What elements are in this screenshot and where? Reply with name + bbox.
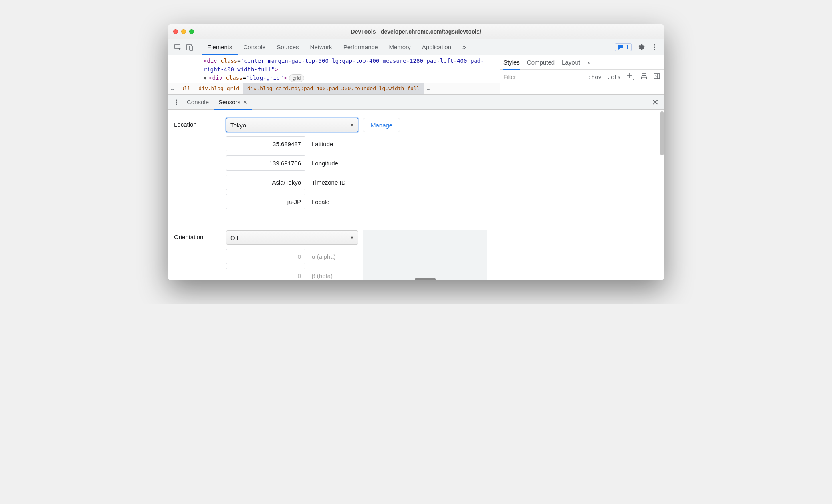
tab-memory[interactable]: Memory — [384, 39, 416, 55]
close-window-button[interactable] — [173, 29, 178, 34]
orientation-handle — [415, 278, 436, 280]
longitude-input[interactable] — [226, 155, 305, 171]
locale-input[interactable] — [226, 194, 305, 209]
crumb-overflow-left[interactable]: … — [168, 85, 177, 91]
tab-application[interactable]: Application — [416, 39, 457, 55]
feedback-button[interactable]: 1 — [615, 43, 632, 51]
timezone-label: Timezone ID — [312, 179, 345, 186]
zoom-window-button[interactable] — [189, 29, 194, 34]
styles-tab-layout[interactable]: Layout — [562, 55, 580, 70]
main-tabs: Elements Console Sources Network Perform… — [202, 39, 615, 55]
window-title: DevTools - developer.chrome.com/tags/dev… — [351, 28, 481, 35]
styles-tab-computed[interactable]: Computed — [527, 55, 555, 70]
hov-button[interactable]: :hov — [587, 74, 602, 80]
drawer-tab-console[interactable]: Console — [182, 95, 214, 110]
close-tab-icon[interactable]: ✕ — [243, 99, 248, 105]
settings-icon[interactable] — [637, 43, 645, 51]
breadcrumbs: … ull div.blog-grid div.blog-card.md\:pa… — [168, 83, 500, 94]
feedback-count: 1 — [626, 44, 629, 50]
cls-button[interactable]: .cls — [606, 74, 622, 80]
orientation-preset-select[interactable]: Off — [226, 230, 358, 245]
tab-sources[interactable]: Sources — [271, 39, 305, 55]
drawer-header: Console Sensors ✕ ✕ — [168, 95, 664, 110]
sensors-panel: Location Tokyo ▼ Manage Latitude — [168, 110, 664, 280]
crumb-overflow-right[interactable]: … — [424, 85, 434, 91]
svg-rect-7 — [654, 74, 660, 79]
dom-node-blog-grid[interactable]: ▼ <div class="blog-grid"> grid — [204, 74, 500, 82]
device-toolbar-icon[interactable] — [186, 43, 194, 51]
beta-label: β (beta) — [312, 272, 333, 279]
expand-triangle-icon[interactable]: ▼ — [204, 75, 206, 82]
orientation-preview[interactable] — [363, 230, 487, 280]
section-divider — [174, 220, 658, 220]
scrollbar-thumb[interactable] — [660, 111, 664, 155]
locale-label: Locale — [312, 198, 329, 205]
svg-rect-6 — [642, 73, 646, 76]
tabs-overflow-icon[interactable]: » — [457, 39, 472, 55]
titlebar: DevTools - developer.chrome.com/tags/dev… — [168, 24, 664, 39]
location-section-label: Location — [174, 118, 226, 128]
styles-filter-input[interactable] — [503, 74, 543, 80]
tab-network[interactable]: Network — [305, 39, 338, 55]
computed-sidebar-icon[interactable] — [652, 73, 661, 81]
close-drawer-icon[interactable]: ✕ — [650, 97, 661, 107]
svg-point-5 — [654, 49, 655, 50]
timezone-input[interactable] — [226, 175, 305, 190]
alpha-label: α (alpha) — [312, 253, 336, 260]
print-media-icon[interactable] — [640, 73, 648, 81]
dom-node-parent[interactable]: <div class="center margin-gap-top-500 lg… — [204, 57, 500, 74]
crumb-item-selected[interactable]: div.blog-card.md\:pad-400.pad-300.rounde… — [243, 83, 424, 94]
alpha-input[interactable] — [226, 249, 305, 264]
tab-performance[interactable]: Performance — [338, 39, 384, 55]
styles-tabs-overflow-icon[interactable]: » — [587, 55, 590, 70]
minimize-window-button[interactable] — [181, 29, 186, 34]
inspect-element-icon[interactable] — [174, 43, 182, 51]
feedback-icon — [618, 44, 624, 50]
svg-point-8 — [176, 99, 177, 101]
orientation-section-label: Orientation — [174, 230, 226, 240]
elements-pane: <div class="center margin-gap-top-500 lg… — [168, 55, 500, 94]
svg-point-9 — [176, 101, 177, 103]
dom-tree[interactable]: <div class="center margin-gap-top-500 lg… — [168, 55, 500, 83]
tab-console[interactable]: Console — [238, 39, 271, 55]
manage-locations-button[interactable]: Manage — [363, 118, 400, 132]
svg-point-3 — [654, 44, 655, 45]
main-toolbar: Elements Console Sources Network Perform… — [168, 39, 664, 55]
longitude-label: Longitude — [312, 160, 338, 167]
new-rule-button[interactable]: ▾ — [626, 73, 636, 81]
styles-pane: Styles Computed Layout » :hov .cls ▾ — [500, 55, 664, 94]
location-preset-select[interactable]: Tokyo — [226, 118, 358, 132]
menu-icon[interactable] — [651, 44, 658, 51]
grid-badge[interactable]: grid — [289, 74, 304, 82]
styles-tab-styles[interactable]: Styles — [503, 55, 520, 70]
crumb-item[interactable]: ull — [177, 83, 194, 94]
latitude-input[interactable] — [226, 136, 305, 151]
crumb-item[interactable]: div.blog-grid — [194, 83, 243, 94]
svg-point-4 — [654, 46, 655, 48]
beta-input[interactable] — [226, 268, 305, 280]
latitude-label: Latitude — [312, 141, 333, 147]
drawer-tab-sensors[interactable]: Sensors ✕ — [214, 95, 252, 110]
svg-point-10 — [176, 103, 177, 105]
traffic-lights — [173, 29, 194, 34]
svg-rect-2 — [190, 46, 193, 50]
tab-elements[interactable]: Elements — [202, 39, 238, 55]
devtools-window: DevTools - developer.chrome.com/tags/dev… — [168, 24, 664, 280]
element-style-block[interactable] — [500, 84, 664, 87]
drawer-menu-icon[interactable] — [171, 99, 182, 105]
